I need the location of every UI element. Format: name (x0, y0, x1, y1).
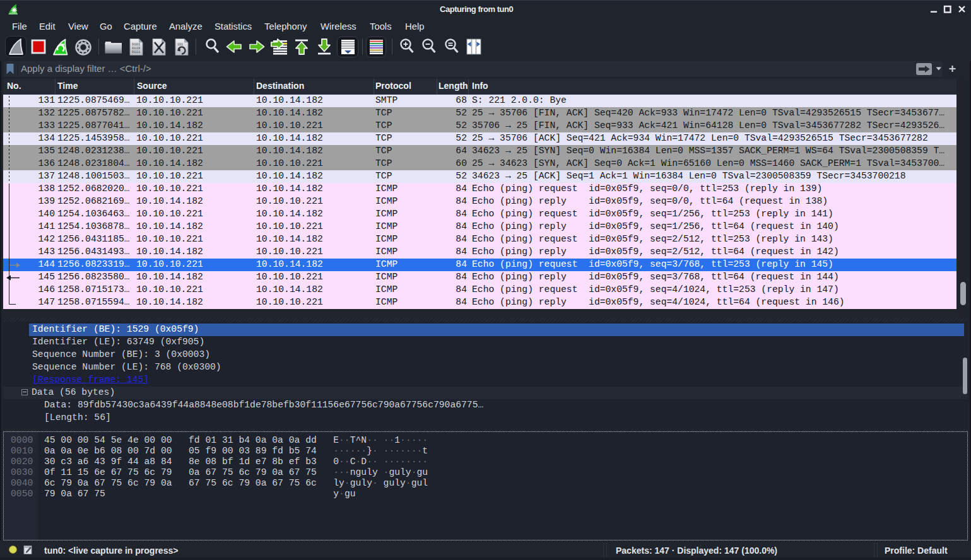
svg-text:0111: 0111 (132, 50, 141, 54)
svg-text:101: 101 (177, 43, 183, 47)
